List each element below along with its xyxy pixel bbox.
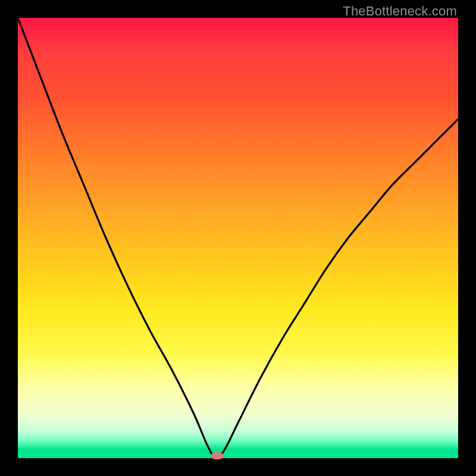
plot-area — [18, 18, 458, 458]
minimum-marker — [211, 452, 223, 459]
bottleneck-curve — [18, 18, 458, 458]
bottleneck-curve-path — [18, 18, 458, 458]
chart-frame: TheBottleneck.com — [0, 0, 476, 476]
watermark-text: TheBottleneck.com — [343, 4, 457, 19]
